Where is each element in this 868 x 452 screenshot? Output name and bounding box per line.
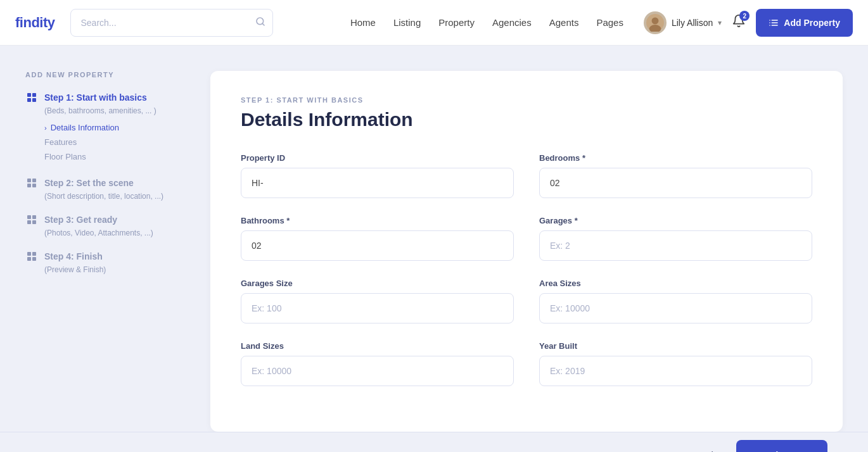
step-group-4: Step 4: Finish (Preview & Finish) [25,250,190,274]
user-section[interactable]: Lily Allison ▾ [644,11,722,34]
step3-header[interactable]: Step 3: Get ready [25,213,190,226]
chevron-right-icon: › [44,124,47,132]
bell-wrap[interactable]: 2 [732,14,746,31]
step4-subtitle: (Preview & Finish) [44,265,190,274]
nav-listing[interactable]: Listing [393,17,421,28]
nav-pages[interactable]: Pages [596,17,623,28]
page-wrapper: findity Home Listing Property Agencies A… [0,0,868,452]
step2-icon [25,177,38,189]
form-area: STEP 1: START WITH BASICS Details Inform… [210,71,843,432]
step1-subtitle: (Beds, bathrooms, amenities, ... ) [44,106,190,115]
avatar [644,11,667,34]
label-bedrooms: Bedrooms * [539,153,812,163]
sub-item-details[interactable]: › Details Information [44,120,190,135]
svg-rect-24 [32,252,36,256]
step-group-1: Step 1: Start with basics (Beds, bathroo… [25,91,190,164]
logo[interactable]: findity [15,15,55,31]
input-bathrooms[interactable] [241,230,514,261]
continue-arrow-icon: → [800,449,810,452]
input-garages-size[interactable] [241,293,514,323]
back-arrow-icon: ← [682,449,691,452]
header-right: Lily Allison ▾ 2 Add Property [644,9,853,37]
svg-rect-26 [32,257,36,261]
step4-header[interactable]: Step 4: Finish [25,250,190,263]
svg-rect-14 [32,98,36,102]
svg-rect-18 [32,184,36,187]
form-step-label: STEP 1: START WITH BASICS [241,96,812,104]
svg-rect-23 [27,252,31,256]
step1-header[interactable]: Step 1: Start with basics [25,91,190,104]
input-property-id[interactable] [241,168,514,198]
step-group-3: Step 3: Get ready (Photos, Video, Attach… [25,213,190,237]
label-garages-size: Garages Size [241,279,514,288]
back-button[interactable]: ← Back [672,443,726,452]
form-group-land-sizes: Land Sizes [241,341,514,386]
step1-title: Step 1: Start with basics [44,92,147,103]
svg-rect-21 [27,220,31,224]
input-garages[interactable] [539,230,812,261]
svg-rect-22 [32,220,36,224]
step3-subtitle: (Photos, Video, Attachments, ...) [44,229,190,237]
sidebar-title: ADD NEW PROPERTY [25,71,190,78]
form-group-garages-size: Garages Size [241,279,514,323]
sub-item-floor-plans-label: Floor Plans [44,152,86,161]
add-property-label: Add Property [784,18,840,28]
back-label: Back [695,449,716,452]
nav: Home Listing Property Agencies Agents Pa… [350,17,623,28]
step2-title: Step 2: Set the scene [44,178,134,188]
form-and-sidebar: ADD NEW PROPERTY Step 1: Start with basi… [0,46,868,432]
form-group-bathrooms: Bathrooms * [241,216,514,261]
svg-rect-12 [32,93,36,97]
label-bathrooms: Bathrooms * [241,216,514,225]
bell-badge: 2 [739,11,750,21]
continue-button[interactable]: Continue → [736,440,827,453]
header: findity Home Listing Property Agencies A… [0,0,868,46]
bottom-bar: ← Back Continue → [0,432,868,452]
svg-rect-13 [27,98,31,102]
label-garages: Garages * [539,216,812,225]
svg-rect-15 [27,179,31,182]
label-property-id: Property ID [241,153,514,163]
svg-rect-25 [27,257,31,261]
input-area-sizes[interactable] [539,293,812,323]
form-group-bedrooms: Bedrooms * [539,153,812,198]
form-group-garages: Garages * [539,216,812,261]
search-input[interactable] [70,9,273,37]
form-group-property-id: Property ID [241,153,514,198]
form-title: Details Information [241,109,812,130]
step1-sub-items: › Details Information Features Floor Pla… [44,120,190,164]
label-year-built: Year Built [539,341,812,351]
nav-property[interactable]: Property [438,17,475,28]
label-area-sizes: Area Sizes [539,279,812,288]
sub-item-details-label: Details Information [51,123,119,132]
step4-icon [25,250,38,263]
nav-agents[interactable]: Agents [549,17,579,28]
step1-icon [25,91,38,104]
input-year-built[interactable] [539,356,812,386]
user-name: Lily Allison [672,18,713,28]
input-land-sizes[interactable] [241,356,514,386]
form-group-year-built: Year Built [539,341,812,386]
form-group-area-sizes: Area Sizes [539,279,812,323]
sidebar: ADD NEW PROPERTY Step 1: Start with basi… [25,71,190,287]
nav-home[interactable]: Home [350,17,376,28]
chevron-down-icon: ▾ [718,18,722,27]
svg-rect-16 [32,179,36,182]
step2-subtitle: (Short description, title, location, ...… [44,192,190,201]
svg-point-3 [651,17,658,24]
sub-item-features[interactable]: Features [44,135,190,149]
add-property-button[interactable]: Add Property [756,9,853,37]
step2-header[interactable]: Step 2: Set the scene [25,177,190,189]
step-group-2: Step 2: Set the scene (Short description… [25,177,190,201]
continue-label: Continue [754,449,795,452]
form-grid: Property ID Bedrooms * Bathrooms * [241,153,812,386]
sub-item-floor-plans[interactable]: Floor Plans [44,149,190,164]
nav-agencies[interactable]: Agencies [492,17,532,28]
step4-title: Step 4: Finish [44,251,103,261]
step3-title: Step 3: Get ready [44,215,117,225]
step3-icon [25,213,38,226]
label-land-sizes: Land Sizes [241,341,514,351]
input-bedrooms[interactable] [539,168,812,198]
svg-rect-20 [32,215,36,219]
content-area: ADD NEW PROPERTY Step 1: Start with basi… [0,46,868,452]
